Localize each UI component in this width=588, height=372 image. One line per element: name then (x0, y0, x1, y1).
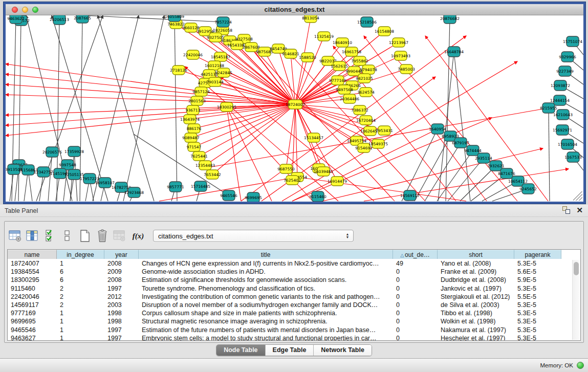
graph-node[interactable]: 16210643 (553, 110, 573, 120)
table-cell-in_degree[interactable]: 2 (57, 293, 104, 301)
table-cell-pagerank[interactable]: 5.3E-5 (514, 301, 561, 309)
table-cell-in_degree[interactable]: 1 (57, 259, 104, 268)
table-cell-pagerank[interactable]: 5.6E-5 (514, 268, 561, 276)
new-table-icon[interactable] (77, 228, 93, 244)
table-cell-in_degree[interactable]: 2 (57, 301, 104, 309)
zoom-button[interactable] (32, 7, 38, 13)
table-cell-short[interactable]: Tibbo et al. (1998) (438, 309, 514, 317)
graph-node[interactable]: 9245652 (519, 184, 537, 194)
graph-node[interactable]: 9242845 (215, 68, 232, 77)
table-cell-out_de[interactable]: 49 (393, 259, 438, 268)
graph-node[interactable]: 7955862 (351, 56, 368, 65)
graph-node[interactable]: 9089487 (182, 133, 200, 142)
graph-node[interactable]: 12354483 (195, 161, 215, 170)
column-header-pagerank[interactable]: pagerank (514, 250, 561, 259)
table-cell-in_degree[interactable]: 6 (57, 276, 104, 284)
scrollbar-thumb[interactable] (574, 262, 579, 275)
graph-edge[interactable] (425, 36, 548, 201)
graph-edge[interactable] (549, 108, 550, 201)
table-cell-name[interactable]: 19384554 (8, 268, 57, 276)
graph-node[interactable]: 17359928 (64, 146, 84, 157)
table-cell-out_de[interactable]: 0 (393, 301, 438, 309)
table-row[interactable]: 2242004622012Investigating the contribut… (8, 293, 580, 301)
column-header-in_degree[interactable]: in_degree (57, 250, 104, 259)
graph-node[interactable]: 18545187 (211, 52, 230, 61)
tab-network-table[interactable]: Network Table (314, 345, 372, 356)
graph-node[interactable]: 7485003 (398, 64, 415, 74)
graph-node[interactable]: 16720404 (356, 116, 376, 125)
table-cell-year[interactable]: 1998 (104, 309, 139, 317)
graph-node[interactable]: 16961758 (342, 47, 361, 56)
graph-node[interactable]: 1640954 (429, 124, 446, 134)
graph-edge[interactable] (295, 104, 297, 177)
graph-node[interactable]: 18300295 (217, 102, 236, 112)
graph-node[interactable]: 9465546 (220, 190, 237, 201)
table-cell-title[interactable]: Tourette syndrome. Phenomenology and cla… (139, 285, 393, 293)
graph-node[interactable]: 18640910 (333, 38, 352, 47)
table-cell-name[interactable]: 18724007 (8, 259, 57, 268)
table-cell-year[interactable]: 1997 (104, 285, 139, 293)
column-visibility-icon[interactable] (25, 228, 40, 244)
table-cell-out_de[interactable]: 0 (393, 317, 438, 325)
graph-node[interactable]: 20876682 (440, 15, 460, 24)
table-cell-year[interactable]: 2003 (104, 301, 139, 309)
graph-node[interactable]: 971547 (187, 142, 202, 151)
float-panel-icon[interactable] (562, 206, 570, 214)
graph-node[interactable]: 20364486 (340, 94, 359, 103)
table-row[interactable]: 1830029562008Estimation of significance … (8, 276, 580, 284)
network-window-titlebar[interactable]: citations_edges.txt (6, 4, 583, 15)
table-cell-out_de[interactable]: 0 (393, 276, 438, 284)
graph-node[interactable]: 17016504 (558, 139, 577, 149)
table-cell-year[interactable]: 2008 (104, 276, 139, 284)
graph-node[interactable]: 7953431 (376, 126, 393, 135)
table-cell-title[interactable]: Genome-wide association studies in ADHD. (139, 268, 393, 276)
table-cell-year[interactable]: 2008 (104, 259, 139, 268)
graph-node[interactable]: 2801563 (188, 96, 206, 105)
graph-edge[interactable] (227, 107, 272, 201)
graph-edge[interactable] (98, 15, 154, 201)
close-panel-icon[interactable]: ✕ (576, 206, 583, 214)
graph-node[interactable]: 16914479 (328, 177, 347, 186)
graph-node[interactable]: 1167533 (564, 152, 582, 162)
table-source-dropdown[interactable]: citations_edges.txt ▲▼ (153, 230, 354, 242)
graph-node[interactable]: 936713 (186, 105, 201, 115)
table-cell-name[interactable]: 18300295 (8, 276, 57, 284)
graph-node[interactable]: 15751074 (563, 36, 582, 47)
close-button[interactable] (12, 7, 18, 13)
table-cell-in_degree[interactable]: 6 (57, 268, 104, 276)
graph-node[interactable]: 9227349 (556, 66, 574, 76)
table-cell-short[interactable]: Dudbridge et al. (2008) (438, 276, 514, 284)
graph-edge[interactable] (6, 104, 295, 115)
table-cell-short[interactable]: Nakamura et al. (1997) (438, 326, 514, 334)
column-header-title[interactable]: title (139, 250, 393, 259)
table-cell-short[interactable]: de Silva et al. (2003) (438, 301, 514, 309)
column-header-out_de[interactable]: △out_de… (393, 250, 438, 259)
graph-node[interactable]: 1588520 (299, 53, 316, 62)
graph-edge[interactable] (93, 15, 139, 201)
graph-node[interactable]: 9463627 (7, 15, 25, 24)
table-cell-out_de[interactable]: 0 (393, 334, 438, 341)
table-cell-name[interactable]: 9115460 (8, 285, 57, 293)
graph-edge[interactable] (123, 15, 164, 201)
table-cell-year[interactable]: 1997 (104, 334, 139, 341)
column-header-name[interactable]: name (8, 250, 57, 259)
graph-node[interactable]: 2087665 (74, 15, 91, 23)
table-cell-short[interactable]: Jankovic et al. (1997) (438, 285, 514, 293)
table-cell-out_de[interactable]: 0 (393, 309, 438, 317)
table-cell-out_de[interactable]: 0 (393, 326, 438, 334)
graph-node[interactable]: 7653442 (204, 170, 221, 179)
graph-node[interactable]: 18724007 (286, 100, 305, 109)
table-settings-icon[interactable] (8, 228, 23, 244)
graph-edge[interactable] (82, 15, 223, 22)
table-cell-pagerank[interactable]: 5.3E-5 (514, 326, 561, 334)
graph-node[interactable]: 11325419 (314, 32, 334, 41)
table-cell-in_degree[interactable]: 2 (57, 285, 104, 293)
graph-node[interactable]: 7625441 (190, 151, 208, 161)
table-cell-pagerank[interactable]: 5.3E-5 (514, 317, 561, 325)
resize-grip-icon[interactable] (573, 191, 582, 201)
graph-edge[interactable] (6, 84, 295, 104)
table-cell-name[interactable]: 9777169 (8, 309, 57, 317)
network-canvas-container[interactable]: 1872400718300295193845547463822966012839… (6, 15, 583, 202)
graph-edge[interactable] (448, 158, 484, 201)
graph-node[interactable]: 9146821 (282, 49, 299, 58)
